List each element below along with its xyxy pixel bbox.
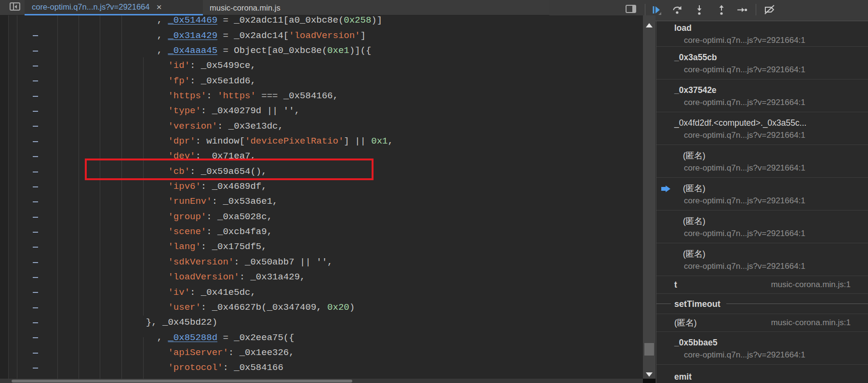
fold-marker[interactable] <box>33 307 38 308</box>
toggle-debugger-sidebar-button[interactable] <box>626 5 637 15</box>
code-line[interactable]: 'id': _0x5499ce, <box>135 58 393 73</box>
code-line[interactable]: 'user': _0x46627b(_0x347409, 0x20) <box>135 300 393 315</box>
fold-marker[interactable] <box>33 292 38 293</box>
call-stack-frame[interactable]: loadcore-optimi.q7n...js?v=2921664:1 <box>656 21 868 47</box>
step-button[interactable] <box>736 4 748 16</box>
fold-marker[interactable] <box>33 111 38 112</box>
code-lines: , _0x514469 = _0x2adc11[a0_0xbc8e(0x258)… <box>135 15 393 383</box>
code-line[interactable]: }, _0x45bd22) <box>135 315 393 330</box>
call-stack-frame[interactable]: _0x5bbae5core-optimi.q7n...js?v=2921664:… <box>656 332 868 365</box>
call-stack-frame[interactable]: (匿名)core-optimi.q7n...js?v=2921664:1 <box>656 243 868 276</box>
code-line[interactable]: 'lang': _0x175df5, <box>135 239 393 254</box>
fold-marker[interactable] <box>33 262 38 263</box>
code-line[interactable]: , _0x514469 = _0x2adc11[a0_0xbc8e(0x258)… <box>135 15 393 28</box>
vertical-scrollbar[interactable] <box>643 15 655 383</box>
fold-marker[interactable] <box>33 80 38 81</box>
call-stack-frame[interactable]: _0x37542ecore-optimi.q7n...js?v=2921664:… <box>656 79 868 112</box>
code-line[interactable]: , _0x31a429 = _0x2adc14['loadVersion'] <box>135 28 393 43</box>
breakpoint-gutter[interactable] <box>0 15 9 379</box>
call-stack-frame[interactable]: (匿名)core-optimi.q7n...js?v=2921664:1 <box>656 211 868 243</box>
code-line[interactable]: 'protocol': _0x584166 <box>135 360 393 375</box>
frame-function-name: (匿名) <box>656 317 771 329</box>
indent-guide <box>17 15 17 379</box>
fold-marker[interactable] <box>33 322 38 323</box>
code-line[interactable]: 'sdkVersion': _0x50abb7 || '', <box>135 255 393 270</box>
code-line[interactable]: 'scene': _0xcb4fa9, <box>135 225 393 239</box>
fold-marker[interactable] <box>33 126 38 127</box>
code-line[interactable]: 'iv': _0x41e5dc, <box>135 285 393 300</box>
call-stack-frame[interactable]: (匿名)core-optimi.q7n...js?v=2921664:1 <box>656 145 868 178</box>
fold-marker[interactable] <box>33 337 38 338</box>
fold-marker[interactable] <box>33 277 38 278</box>
close-tab-icon[interactable]: × <box>156 2 161 12</box>
tab-music-corona[interactable]: music-corona.min.js <box>203 0 311 15</box>
fold-marker[interactable] <box>33 217 38 218</box>
code-line[interactable]: 'ipv6': _0x4689df, <box>135 179 393 194</box>
code-line[interactable]: 'group': _0xa5028c, <box>135 210 393 225</box>
code-line[interactable]: 'https': 'https' === _0x584166, <box>135 89 393 104</box>
call-stack-frame[interactable]: tmusic-corona.min.js:1 <box>656 276 868 294</box>
frame-function-name: (匿名) <box>656 182 868 195</box>
horizontal-scrollbar[interactable] <box>0 379 643 383</box>
code-line[interactable]: 'type': _0x40279d || '', <box>135 104 393 119</box>
call-stack-frame[interactable]: _0x4fd2df.<computed>._0x3a55c...core-opt… <box>656 112 868 145</box>
frame-source-location[interactable]: core-optimi.q7n...js?v=2921664:1 <box>656 227 868 240</box>
step-out-button[interactable] <box>716 4 728 16</box>
fold-marker[interactable] <box>33 353 38 354</box>
code-line[interactable]: 'dpr': window['devicePixelRatio'] || 0x1… <box>135 134 393 149</box>
tab-core-optimi[interactable]: core-optimi.q7n...n.js?v=2921664 × <box>25 0 203 15</box>
frame-function-name: t <box>656 278 771 291</box>
scrollbar-corner <box>643 379 655 383</box>
resume-icon <box>651 4 662 16</box>
async-boundary-settimeout: setTimeout <box>656 294 868 314</box>
code-line[interactable]: , _0x4aaa45 = Object[a0_0xbc8e(0xe1)]({ <box>135 43 393 58</box>
frame-source-location[interactable]: core-optimi.q7n...js?v=2921664:1 <box>656 260 868 273</box>
fold-marker[interactable] <box>33 35 38 36</box>
frame-source-location[interactable]: core-optimi.q7n...js?v=2921664:1 <box>656 96 868 109</box>
code-line[interactable]: , _0x85288d = _0x2eea75({ <box>135 330 393 345</box>
frame-source-location[interactable]: core-optimi.q7n...js?v=2921664:1 <box>656 349 868 361</box>
scroll-down-arrow-icon[interactable] <box>646 372 653 377</box>
frame-function-name: emit <box>656 370 868 383</box>
horizontal-scrollbar-thumb[interactable] <box>12 380 352 383</box>
toggle-navigator-sidebar-button[interactable] <box>10 2 21 13</box>
code-line[interactable]: 'apiServer': _0x1ee326, <box>135 345 393 360</box>
debugger-sidebar-toggle-icon <box>626 5 636 13</box>
vertical-scrollbar-thumb[interactable] <box>644 343 654 356</box>
frame-source-location[interactable]: music-corona.min.js:1 <box>771 317 868 329</box>
fold-marker[interactable] <box>33 247 38 248</box>
frame-function-name: (匿名) <box>656 149 868 162</box>
call-stack-frame[interactable]: (匿名)music-corona.min.js:1 <box>656 314 868 332</box>
fold-marker[interactable] <box>33 96 38 97</box>
code-line[interactable]: 'runEnv': _0x53a6e1, <box>135 194 393 209</box>
fold-marker[interactable] <box>33 201 38 202</box>
frame-source-location[interactable]: core-optimi.q7n...js?v=2921664:1 <box>656 64 868 76</box>
code-line[interactable]: 'fp': _0x5e1dd6, <box>135 74 393 89</box>
frame-source-location[interactable]: music-corona.min.js:1 <box>771 278 868 291</box>
call-stack-frame[interactable]: _0x3a55cbcore-optimi.q7n...js?v=2921664:… <box>656 47 868 79</box>
fold-marker[interactable] <box>33 156 38 157</box>
fold-marker[interactable] <box>33 186 38 187</box>
frame-source-location[interactable]: core-optimi.q7n...js?v=2921664:1 <box>656 195 868 207</box>
fold-marker[interactable] <box>33 51 38 52</box>
step-icon <box>736 4 748 16</box>
scroll-up-arrow-icon[interactable] <box>646 23 653 27</box>
navigator-toggle-icon <box>10 2 20 11</box>
fold-marker[interactable] <box>33 232 38 233</box>
frame-source-location[interactable]: core-optimi.q7n...js?v=2921664:1 <box>656 129 868 142</box>
resume-button[interactable] <box>651 4 662 16</box>
step-into-button[interactable] <box>694 4 706 16</box>
fold-marker[interactable] <box>33 66 38 66</box>
code-line[interactable]: 'version': _0x3e13dc, <box>135 119 393 134</box>
frame-source-location[interactable]: core-optimi.q7n...js?v=2921664:1 <box>656 34 868 47</box>
fold-marker[interactable] <box>33 368 38 369</box>
deactivate-breakpoints-button[interactable] <box>763 4 775 16</box>
code-line[interactable]: 'loadVersion': _0x31a429, <box>135 270 393 285</box>
fold-marker[interactable] <box>33 172 38 172</box>
step-over-button[interactable] <box>672 4 683 16</box>
frame-source-location[interactable]: core-optimi.q7n...js?v=2921664:1 <box>656 162 868 174</box>
fold-marker[interactable] <box>33 141 38 142</box>
frame-function-name: _0x4fd2df.<computed>._0x3a55c... <box>656 117 868 129</box>
call-stack-frame[interactable]: (匿名)core-optimi.q7n...js?v=2921664:1 <box>656 178 868 211</box>
call-stack-frame[interactable]: emit <box>656 365 868 383</box>
